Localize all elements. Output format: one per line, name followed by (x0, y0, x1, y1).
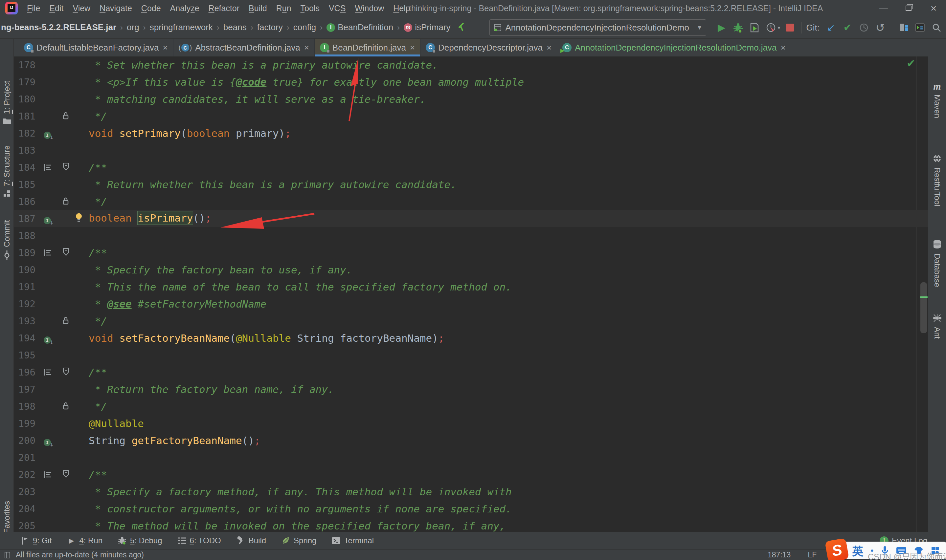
code-line: 186 */ (14, 193, 928, 210)
menu-edit[interactable]: Edit (45, 0, 68, 16)
breadcrumb-item[interactable]: beans (223, 22, 247, 32)
stripe-button-project[interactable]: 1: Project (0, 81, 14, 126)
rollback-icon[interactable]: ↺ (874, 21, 887, 34)
stripe-label: 1: Project (2, 81, 11, 114)
code-editor[interactable]: 178 * Set whether this bean is a primary… (14, 57, 928, 532)
breadcrumb-item[interactable]: springframework (150, 22, 213, 32)
stripe-button-commit[interactable]: Commit (0, 220, 14, 262)
gutter (35, 483, 85, 500)
search-icon[interactable] (930, 21, 943, 34)
menu-window[interactable]: Window (350, 0, 388, 16)
gutter (35, 517, 85, 532)
breadcrumb-item[interactable]: IBeanDefinition (327, 22, 393, 32)
editor-tab[interactable]: C▶AnnotationDependencyInjectionResolutio… (557, 39, 791, 57)
toolwindow-button-terminal[interactable]: Terminal (331, 536, 374, 545)
ime-language-toggle[interactable]: 英 (852, 543, 863, 559)
toolwindow-button-build[interactable]: Build (236, 536, 266, 545)
editor-tab[interactable]: IBeanDefinition.java× (315, 39, 421, 57)
editor-scrollbar[interactable] (920, 57, 928, 532)
fold-comment-icon[interactable] (62, 470, 69, 478)
spring-toolwindow-icon (281, 536, 290, 545)
run-configuration-label: AnnotationDependencyInjectionResolutionD… (505, 23, 694, 33)
menu-vcs[interactable]: VCS (324, 0, 350, 16)
title-bar: IJ FileEditViewNavigateCodeAnalyzeRefact… (0, 0, 946, 16)
menu-file[interactable]: File (22, 0, 45, 16)
profiler-icon[interactable] (764, 21, 778, 34)
fold-comment-icon[interactable] (62, 163, 69, 171)
line-ending[interactable]: LF (808, 551, 817, 559)
tab-close-icon[interactable]: × (304, 43, 309, 53)
sogou-logo-icon[interactable]: S (825, 538, 849, 560)
menu-build[interactable]: Build (244, 0, 272, 16)
breadcrumb-item[interactable]: config (293, 22, 316, 32)
toolwindow-button-git[interactable]: 9: Git (20, 536, 52, 545)
tab-close-icon[interactable]: × (781, 43, 786, 53)
menu-analyze[interactable]: Analyze (166, 0, 204, 16)
close-button[interactable]: × (921, 0, 946, 16)
implemented-marker-icon[interactable]: I↓ (44, 131, 54, 139)
menu-view[interactable]: View (68, 0, 95, 16)
menu-run[interactable]: Run (272, 0, 296, 16)
commit-icon[interactable]: ✔ (841, 21, 854, 34)
caret-position[interactable]: 187:13 (768, 551, 790, 559)
javadoc-render-toggle-icon[interactable] (44, 249, 52, 256)
editor-tab[interactable]: CDefaultListableBeanFactory.java× (19, 39, 173, 57)
stripe-button-structure[interactable]: 7: Structure (0, 145, 14, 198)
menu-navigate[interactable]: Navigate (95, 0, 137, 16)
breadcrumb-item[interactable]: ng-beans-5.2.2.RELEASE.jar (1, 22, 116, 32)
breadcrumb-item[interactable]: factory (257, 22, 283, 32)
tab-close-icon[interactable]: × (547, 43, 552, 53)
stripe-button-restfultool[interactable]: RestfulTool (928, 154, 946, 206)
run-with-coverage-icon[interactable] (748, 21, 761, 34)
minimize-button[interactable]: — (871, 0, 896, 16)
stripe-label: Database (932, 254, 942, 287)
window-toggle-icon[interactable] (4, 551, 12, 559)
update-project-icon[interactable]: ↙ (824, 21, 838, 34)
profiler-dropdown-icon[interactable]: ▾ (778, 25, 780, 31)
intellij-logo-icon: IJ (5, 2, 18, 14)
toolwindow-button-run[interactable]: ▶4: Run (67, 536, 102, 545)
jump-to-source-icon[interactable] (456, 22, 467, 33)
implemented-marker-icon[interactable]: I↓ (44, 336, 54, 344)
restore-button[interactable] (896, 0, 921, 16)
editor-tab[interactable]: CDependencyDescriptor.java× (421, 39, 557, 57)
javadoc-render-toggle-icon[interactable] (44, 164, 52, 171)
code-line: 205 * The method will be invoked on the … (14, 517, 928, 532)
stripe-button-database[interactable]: Database (928, 240, 946, 287)
breadcrumb-item[interactable]: org (127, 22, 139, 32)
history-icon[interactable] (857, 21, 871, 34)
tab-close-icon[interactable]: × (410, 43, 415, 53)
run-configuration-select[interactable]: AnnotationDependencyInjectionResolutionD… (490, 19, 706, 36)
implemented-marker-icon[interactable]: I↓ (44, 217, 54, 225)
toolwindow-button-todo[interactable]: 6: TODO (177, 536, 221, 545)
breadcrumb-separator-icon: › (251, 23, 253, 32)
toolwindow-button-spring[interactable]: Spring (281, 536, 316, 545)
scrollbar-thumb[interactable] (920, 282, 927, 333)
code-line: 198 */ (14, 398, 928, 415)
implemented-marker-icon[interactable]: I↓ (44, 438, 54, 446)
menu-refactor[interactable]: Refactor (204, 0, 244, 16)
tab-close-icon[interactable]: × (163, 43, 168, 53)
stripe-button-maven[interactable]: mMaven (928, 82, 946, 118)
run-anything-icon[interactable] (914, 21, 927, 34)
javadoc-render-toggle-icon[interactable] (44, 471, 52, 478)
editor-tab[interactable]: (C)AbstractBeanDefinition.java× (173, 39, 315, 57)
debug-icon[interactable] (732, 21, 745, 34)
toolwindow-button-debug[interactable]: 5: Debug (118, 536, 162, 545)
menu-code[interactable]: Code (137, 0, 166, 16)
breadcrumb-item[interactable]: misPrimary (404, 22, 450, 32)
code-line: 194I↓void setFactoryBeanName(@Nullable S… (14, 329, 928, 347)
run-icon[interactable]: ▶ (715, 21, 728, 34)
fold-comment-icon[interactable] (62, 248, 69, 256)
stop-icon[interactable] (783, 21, 797, 34)
diff-viewer-icon[interactable] (897, 21, 910, 34)
code-line: 178 * Set whether this bean is a primary… (14, 57, 928, 74)
intention-bulb-icon[interactable] (75, 213, 83, 223)
menu-tools[interactable]: Tools (296, 0, 324, 16)
stripe-button-ant[interactable]: Ant (928, 314, 946, 339)
javadoc-render-toggle-icon[interactable] (44, 369, 52, 376)
fold-comment-icon[interactable] (62, 367, 69, 376)
inspections-ok-icon[interactable]: ✔ (907, 57, 915, 69)
line-number: 196 (14, 367, 35, 378)
run-toolwindow-icon: ▶ (67, 536, 76, 545)
